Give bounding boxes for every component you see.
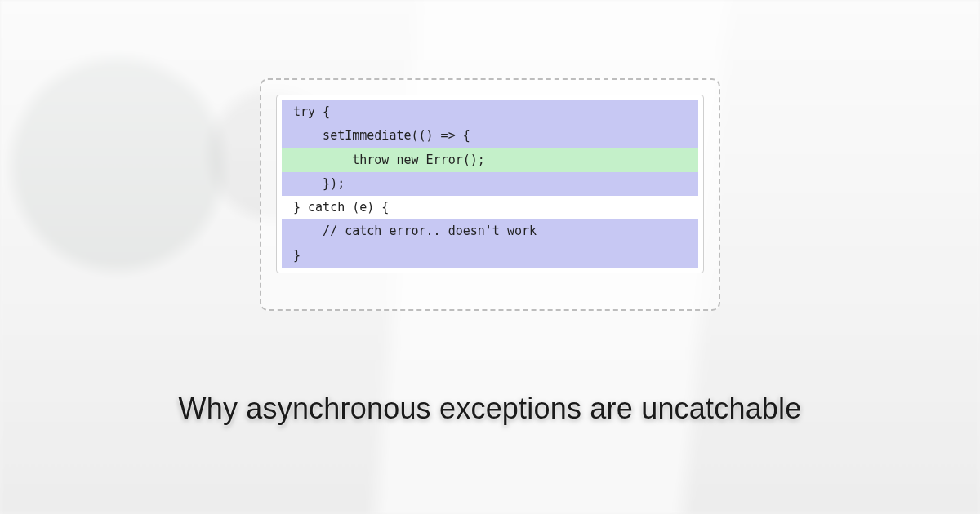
code-line: try { (282, 100, 698, 124)
code-card: try { setImmediate(() => { throw new Err… (276, 95, 704, 273)
page-title: Why asynchronous exceptions are uncatcha… (178, 392, 801, 426)
code-block: try { setImmediate(() => { throw new Err… (282, 100, 698, 268)
code-frame: try { setImmediate(() => { throw new Err… (260, 78, 720, 311)
code-line: }); (282, 172, 698, 196)
code-line: throw new Error(); (282, 148, 698, 172)
code-line: } (282, 244, 698, 268)
code-line: setImmediate(() => { (282, 124, 698, 148)
code-line: // catch error.. doesn't work (282, 219, 698, 243)
code-line: } catch (e) { (282, 196, 698, 219)
